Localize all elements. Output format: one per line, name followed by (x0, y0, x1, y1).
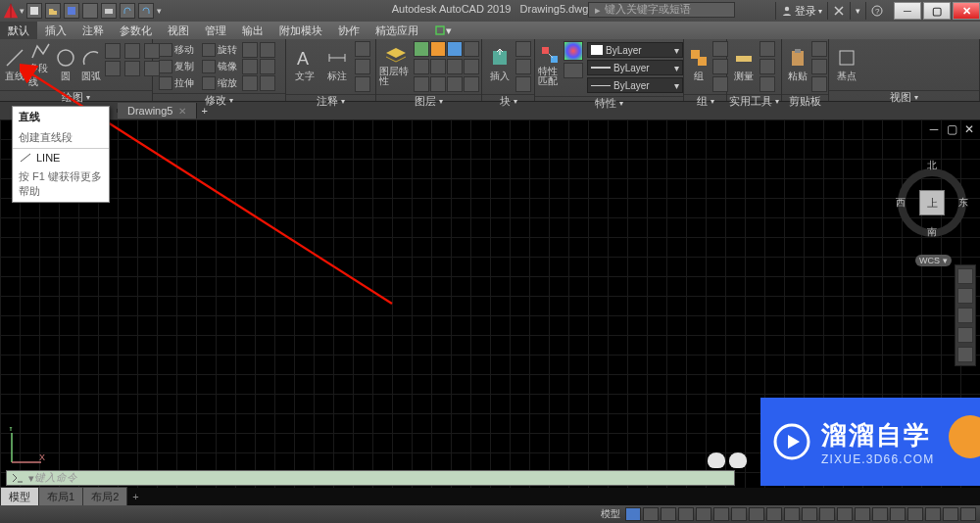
select-all-icon[interactable] (760, 41, 775, 57)
line-button[interactable]: 直线 (3, 41, 26, 88)
view-cube[interactable]: 上 北 南 西 东 WCS ▾ (898, 159, 966, 247)
panel-modify-label[interactable]: 修改▾ (153, 93, 285, 107)
attr-block-icon[interactable] (515, 76, 531, 92)
panel-clip-label[interactable]: 剪贴板 (782, 94, 828, 108)
wcs-badge[interactable]: WCS ▾ (915, 255, 952, 266)
nav-showmotion-icon[interactable] (957, 347, 973, 362)
move-button[interactable]: 移动 (156, 42, 197, 58)
viewcube-top-face[interactable]: 上 (919, 190, 945, 215)
window-minimize-button[interactable]: ─ (894, 2, 921, 20)
qat-customize-icon[interactable]: ▾ (157, 6, 162, 16)
layer-match-icon[interactable] (447, 59, 463, 74)
base-point-button[interactable]: 基点 (832, 41, 861, 88)
qat-undo-icon[interactable] (120, 3, 135, 19)
panel-view-label[interactable]: 视图▾ (829, 90, 979, 104)
panel-prop-label[interactable]: 特性▾ (535, 96, 683, 110)
status-scale-icon[interactable] (802, 507, 817, 521)
layout-1[interactable]: 布局1 (38, 487, 83, 507)
qat-open-icon[interactable] (45, 3, 61, 19)
cloud-icon[interactable] (355, 76, 370, 92)
mirror-button[interactable]: 镜像 (199, 59, 240, 74)
panel-annotate-label[interactable]: 注释▾ (286, 94, 375, 108)
doc-close-icon[interactable]: ✕ (962, 122, 976, 136)
status-hw-icon[interactable] (925, 507, 941, 521)
point-icon[interactable] (124, 61, 140, 76)
help-icon[interactable]: ? (865, 2, 888, 20)
group-button[interactable]: 组 (687, 41, 710, 88)
lineweight-select[interactable]: ByLayer▾ (587, 60, 683, 75)
group-edit-icon[interactable] (712, 59, 728, 74)
layer-off-icon[interactable] (430, 59, 446, 74)
calc-icon[interactable] (760, 59, 775, 74)
rotate-button[interactable]: 旋转 (199, 42, 240, 58)
qat-new-icon[interactable] (26, 3, 42, 19)
app-logo-icon[interactable] (0, 0, 22, 22)
layer-iso-icon[interactable] (414, 59, 429, 74)
copy-button[interactable]: 复制 (156, 59, 197, 74)
stretch-button[interactable]: 拉伸 (156, 75, 197, 91)
doc-restore-icon[interactable]: ▢ (945, 122, 958, 136)
match-prop-button[interactable]: 特性匹配 (538, 41, 562, 88)
color-select[interactable]: ByLayer▾ (587, 42, 683, 58)
status-units-icon[interactable] (855, 507, 870, 521)
copy-clip-icon[interactable] (811, 59, 827, 74)
arc-button[interactable]: 圆弧 (79, 41, 103, 88)
status-lwt-icon[interactable] (731, 507, 747, 521)
ungroup-icon[interactable] (712, 41, 728, 57)
layer-color-icon[interactable] (464, 41, 479, 57)
explode-icon[interactable] (260, 59, 275, 74)
tab-manage[interactable]: 管理 (197, 22, 234, 39)
panel-layers-label[interactable]: 图层▾ (376, 94, 481, 108)
layer-d-icon[interactable] (464, 76, 479, 92)
rect-icon[interactable] (105, 43, 121, 59)
layer-properties-button[interactable]: 图层特性 (379, 41, 412, 88)
nav-wheel-icon[interactable] (957, 268, 973, 284)
erase-icon[interactable] (260, 42, 275, 58)
offset-icon[interactable] (260, 75, 275, 91)
layer-b-icon[interactable] (430, 76, 446, 92)
qat-redo-icon[interactable] (138, 3, 154, 19)
status-ortho-icon[interactable] (661, 507, 676, 521)
tab-insert[interactable]: 插入 (37, 22, 74, 39)
tab-default[interactable]: 默认 (0, 22, 37, 39)
insert-block-button[interactable]: 插入 (485, 41, 514, 88)
status-osnap-icon[interactable] (696, 507, 711, 521)
tab-view[interactable]: 视图 (160, 22, 197, 39)
group-sel-icon[interactable] (712, 76, 728, 92)
layer-freeze-icon[interactable] (430, 41, 446, 57)
status-trans-icon[interactable] (749, 507, 764, 521)
status-qs-icon[interactable] (766, 507, 782, 521)
paste-button[interactable]: 粘贴 (785, 41, 809, 88)
app-menu-dropdown-icon[interactable]: ▾ (20, 6, 24, 16)
cut-icon[interactable] (811, 41, 827, 57)
table-icon[interactable] (355, 59, 370, 74)
qat-saveas-icon[interactable] (82, 3, 98, 19)
window-maximize-button[interactable]: ▢ (923, 2, 951, 20)
help-dropdown-icon[interactable]: ▾ (850, 2, 865, 20)
status-clean-icon[interactable] (943, 507, 958, 521)
layer-prev-icon[interactable] (464, 59, 479, 74)
color-wheel-icon[interactable] (564, 41, 583, 61)
panel-util-label[interactable]: 实用工具▾ (727, 94, 781, 108)
doc-minimize-icon[interactable]: ─ (927, 122, 941, 136)
array-icon[interactable] (242, 75, 258, 91)
status-otrack-icon[interactable] (713, 507, 729, 521)
layer-c-icon[interactable] (447, 76, 463, 92)
text-button[interactable]: A 文字 (289, 41, 320, 88)
tab-parametric[interactable]: 参数化 (112, 22, 160, 39)
status-iso-icon[interactable] (907, 507, 923, 521)
nav-pan-icon[interactable] (957, 288, 973, 304)
layer-lock-icon[interactable] (447, 41, 463, 57)
window-close-button[interactable]: ✕ (953, 2, 980, 20)
panel-draw-label[interactable]: 绘图▾ (0, 90, 152, 104)
edit-block-icon[interactable] (515, 59, 531, 74)
trim-icon[interactable] (242, 42, 258, 58)
tab-extra-icon[interactable]: ▾ (426, 22, 460, 39)
polyline-button[interactable]: 多段线 (28, 41, 52, 88)
dim-button[interactable]: 标注 (322, 41, 354, 88)
circle-button[interactable]: 圆 (54, 41, 77, 88)
fillet-icon[interactable] (242, 59, 258, 74)
help-search-input[interactable]: ▸键入关键字或短语 (588, 2, 735, 18)
layout-model[interactable]: 模型 (0, 487, 39, 507)
layer-on-icon[interactable] (414, 41, 429, 57)
